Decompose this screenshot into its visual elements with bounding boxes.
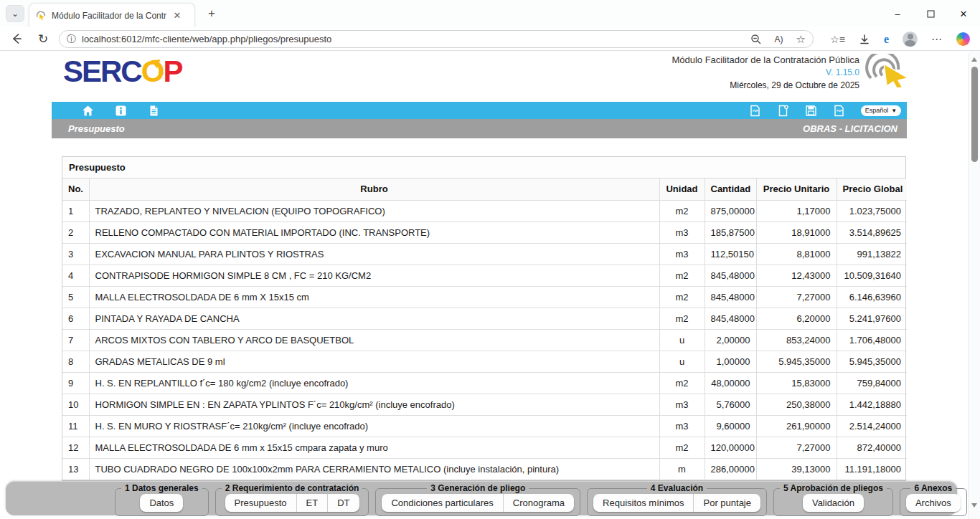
new-document-icon[interactable] bbox=[777, 105, 789, 117]
browser-tabstrip: ⌄ Módulo Facilitador de la Contrata ✕ + … bbox=[0, 0, 980, 27]
et-button[interactable]: ET bbox=[296, 494, 328, 512]
minimize-button[interactable]: – bbox=[881, 0, 914, 27]
por-puntaje-button[interactable]: Por puntaje bbox=[693, 494, 760, 512]
cell-rubro: HORMIGON SIMPLE EN : EN ZAPATA YPLINTOS … bbox=[89, 394, 659, 415]
cell-rubro: PINTADA Y RAYADA DE CANCHA bbox=[89, 308, 659, 329]
section-label: 1 Datos generales bbox=[121, 483, 202, 493]
panel-title: Presupuesto bbox=[62, 157, 905, 178]
pdf-export-icon[interactable]: PDF bbox=[749, 105, 761, 117]
cell-cantidad: 5,76000 bbox=[705, 394, 756, 415]
home-icon[interactable] bbox=[82, 105, 94, 117]
browser-tab[interactable]: Módulo Facilitador de la Contrata ✕ bbox=[29, 3, 195, 27]
cell-no: 13 bbox=[62, 458, 89, 480]
archivos-button[interactable]: Archivos bbox=[906, 494, 961, 512]
bottom-nav-section-6-anexos: 6 AnexosArchivos bbox=[900, 483, 967, 516]
scrollbar-up-icon[interactable] bbox=[971, 57, 977, 62]
cell-cantidad: 845,48000 bbox=[705, 265, 756, 286]
favorites-list-icon[interactable]: ☆≡ bbox=[830, 34, 845, 45]
cell-unidad: m2 bbox=[659, 265, 705, 286]
scrollbar-down-icon[interactable] bbox=[971, 503, 977, 508]
button-group: Requisitos mínimosPor puntaje bbox=[593, 494, 760, 512]
cell-cantidad: 48,00000 bbox=[705, 372, 756, 394]
cell-precio-global: 11.191,18000 bbox=[837, 458, 907, 480]
ie-mode-icon[interactable]: e bbox=[884, 33, 889, 46]
refresh-icon[interactable]: ↻ bbox=[36, 32, 50, 47]
cell-precio-unitario: 6,20000 bbox=[756, 308, 837, 329]
close-window-button[interactable]: ✕ bbox=[947, 0, 980, 27]
cell-cantidad: 2,00000 bbox=[705, 329, 756, 351]
header-precio-unitario: Precio Unitario bbox=[756, 178, 837, 200]
button-group: PresupuestoETDT bbox=[225, 494, 359, 512]
new-tab-button[interactable]: + bbox=[204, 6, 220, 22]
cell-no: 6 bbox=[62, 308, 89, 329]
header-precio-global: Precio Global bbox=[837, 178, 907, 200]
cell-unidad: m2 bbox=[659, 372, 705, 394]
table-row: 2RELLENO COMPACTADO CON MATERIAL IMPORTA… bbox=[62, 222, 907, 243]
cell-precio-unitario: 8,81000 bbox=[756, 243, 837, 265]
section-label: 4 Evaluación bbox=[647, 483, 707, 493]
cell-precio-global: 1.442,18880 bbox=[837, 394, 907, 415]
cell-precio-unitario: 1,17000 bbox=[756, 200, 837, 222]
datos-button[interactable]: Datos bbox=[140, 494, 183, 512]
bottom-nav-section-2-requerimiento-de-contratacion: 2 Requerimiento de contrataciónPresupues… bbox=[215, 483, 369, 516]
condiciones-particulares-button[interactable]: Condiciones particulares bbox=[382, 494, 502, 512]
app-header-info: Módulo Facilitador de la Contratación Pú… bbox=[672, 54, 859, 90]
cell-cantidad: 845,48000 bbox=[705, 286, 756, 308]
cell-precio-unitario: 7,27000 bbox=[756, 437, 837, 458]
bottom-nav-section-3-generacion-de-pliego: 3 Generación de pliegoCondiciones partic… bbox=[375, 483, 580, 516]
section-label: 5 Aprobación de pliegos bbox=[780, 483, 887, 493]
cell-precio-global: 991,13822 bbox=[837, 243, 907, 265]
downloads-icon[interactable] bbox=[859, 34, 870, 45]
cell-precio-global: 3.514,89625 bbox=[837, 222, 907, 243]
address-bar[interactable]: ⓘ localhost:6012/mfc-cliente/web/app.php… bbox=[59, 30, 814, 48]
favorite-star-icon[interactable]: ☆ bbox=[796, 33, 806, 46]
cell-precio-unitario: 15,83000 bbox=[756, 372, 837, 394]
table-row: 1TRAZADO, REPLANTEO Y NIVELACION (EQUIPO… bbox=[62, 200, 907, 222]
table-row: 6PINTADA Y RAYADA DE CANCHAm2845,480006,… bbox=[62, 308, 907, 329]
cell-no: 1 bbox=[62, 200, 89, 222]
page-content: SERCOP Módulo Facilitador de la Contrata… bbox=[0, 51, 980, 519]
requisitos-minimos-button[interactable]: Requisitos mínimos bbox=[593, 494, 693, 512]
zoom-out-icon[interactable] bbox=[750, 34, 762, 45]
read-aloud-icon[interactable]: A) bbox=[775, 34, 783, 44]
language-select[interactable]: Español ▼ bbox=[861, 105, 901, 116]
svg-text:PDF: PDF bbox=[837, 109, 843, 113]
scrollbar-thumb[interactable] bbox=[971, 67, 978, 162]
validacion-button[interactable]: Validación bbox=[803, 494, 864, 512]
tab-close-icon[interactable]: ✕ bbox=[171, 9, 184, 22]
url-text[interactable]: localhost:6012/mfc-cliente/web/app.php/p… bbox=[82, 34, 745, 44]
header-cantidad: Cantidad bbox=[705, 178, 756, 200]
app-version: V. 1.15.0 bbox=[672, 67, 859, 77]
cell-unidad: m2 bbox=[659, 437, 705, 458]
cell-precio-global: 6.146,63960 bbox=[837, 286, 907, 308]
process-type-label: OBRAS - LICITACION bbox=[803, 123, 897, 134]
save-icon[interactable] bbox=[805, 105, 817, 117]
button-group: Datos bbox=[140, 494, 183, 512]
tab-actions-chevron-icon[interactable]: ⌄ bbox=[6, 5, 24, 22]
profile-avatar[interactable] bbox=[903, 32, 918, 47]
table-row: 9H. S. EN REPLANTILLO f´c= 180 kg/cm2 (i… bbox=[62, 372, 907, 394]
maximize-button[interactable] bbox=[914, 0, 947, 27]
app-date: Miércoles, 29 de Octubre de 2025 bbox=[672, 80, 859, 90]
cell-precio-unitario: 261,90000 bbox=[756, 415, 837, 437]
page-scrollbar[interactable] bbox=[968, 51, 980, 519]
back-icon[interactable] bbox=[10, 32, 24, 47]
cell-cantidad: 9,60000 bbox=[705, 415, 756, 437]
cell-unidad: m3 bbox=[659, 394, 705, 415]
bottom-nav-section-4-evaluacion: 4 EvaluaciónRequisitos mínimosPor puntaj… bbox=[587, 483, 767, 516]
copilot-icon[interactable] bbox=[956, 32, 970, 46]
pdf-download-icon[interactable]: PDF bbox=[833, 105, 845, 117]
cell-rubro: RELLENO COMPACTADO CON MATERIAL IMPORTAD… bbox=[89, 222, 659, 243]
dt-button[interactable]: DT bbox=[327, 494, 359, 512]
document-icon[interactable] bbox=[148, 105, 160, 117]
cell-rubro: MALLA ELECTROSOLDADA DE 6 mm X 15x15 cm bbox=[89, 286, 659, 308]
settings-ellipsis-icon[interactable]: ⋯ bbox=[931, 33, 943, 46]
presupuesto-button[interactable]: Presupuesto bbox=[225, 494, 296, 512]
app-title: Módulo Facilitador de la Contratación Pú… bbox=[672, 54, 859, 65]
site-info-icon[interactable]: ⓘ bbox=[67, 33, 76, 46]
cell-no: 5 bbox=[62, 286, 89, 308]
cronograma-button[interactable]: Cronograma bbox=[503, 494, 574, 512]
info-icon[interactable] bbox=[115, 105, 127, 117]
cell-precio-global: 2.514,24000 bbox=[837, 415, 907, 437]
header-rubro: Rubro bbox=[89, 178, 659, 200]
